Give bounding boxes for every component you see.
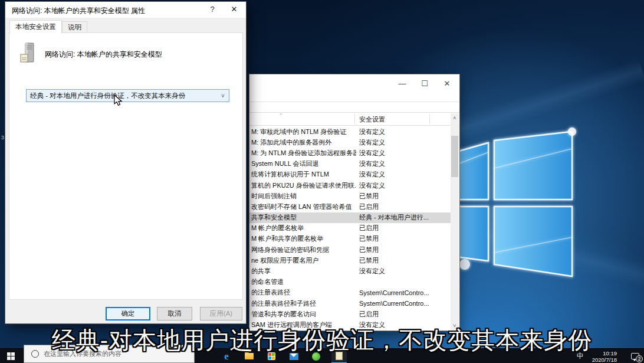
tab-local-security-setting[interactable]: 本地安全设置	[9, 20, 62, 34]
policy-server-icon	[19, 42, 37, 65]
dialog-button-row: 确定 取消 应用(A)	[5, 307, 246, 321]
table-row[interactable]: 统将计算机标识用于 NTLM没有定义	[249, 169, 451, 180]
tray-date: 2020/7/18	[592, 357, 617, 363]
policy-name-heading: 网络访问: 本地帐户的共享和安全模型	[45, 50, 162, 60]
column-separator[interactable]	[429, 114, 430, 124]
policy-name-cell: 算机的 PKU2U 身份验证请求使用联...	[249, 181, 356, 190]
table-row[interactable]: 改密码时不存储 LAN 管理器哈希值已启用	[249, 201, 451, 212]
scrollbar-thumb[interactable]	[451, 136, 458, 177]
policy-name-cell: 的注册表路径和子路径	[249, 299, 356, 308]
policy-value-cell: 已禁用	[356, 256, 433, 265]
policy-value-cell: 经典 - 对本地用户进行...	[356, 213, 433, 222]
menu-bar	[249, 94, 459, 102]
table-row[interactable]: M: 审核此域中的 NTLM 身份验证没有定义	[249, 126, 451, 137]
policy-name-cell: System NULL 会话回退	[249, 159, 356, 168]
table-row[interactable]: M: 添加此域中的服务器例外没有定义	[249, 137, 451, 148]
policy-value-cell: 已禁用	[356, 234, 433, 243]
local-security-policy-window: — ☐ ✕ ˆ 安全设置 M: 审核此域中的 NTLM 身份验证没有定义M: 添…	[249, 74, 460, 331]
desktop-icon-label-fragment: 3	[1, 135, 4, 140]
policy-value-cell: 已启用	[356, 224, 433, 233]
dialog-tabs: 本地安全设置 说明	[9, 20, 87, 33]
table-row[interactable]: ne 权限应用于匿名用户已禁用	[249, 255, 451, 266]
table-row[interactable]: 共享和安全模型经典 - 对本地用户进行...	[249, 212, 451, 223]
close-icon[interactable]: ✕	[436, 76, 458, 91]
policy-name-cell: M 帐户和共享的匿名枚举	[249, 234, 356, 243]
policy-value-cell: 没有定义	[356, 138, 433, 147]
table-row[interactable]: 的命名管道	[249, 277, 451, 287]
policy-name-cell: 改密码时不存储 LAN 管理器哈希值	[249, 202, 356, 211]
mouse-cursor	[114, 94, 123, 107]
policy-name-cell: 管道和共享的匿名访问	[249, 310, 356, 319]
dialog-titlebar: 网络访问: 本地帐户的共享和安全模型 属性 ? ✕	[5, 2, 246, 18]
minimize-icon[interactable]: —	[391, 76, 413, 91]
policy-value-cell: 没有定义	[356, 181, 433, 190]
dialog-title: 网络访问: 本地帐户的共享和安全模型 属性	[12, 6, 145, 16]
list-column-header[interactable]: ˆ 安全设置	[249, 113, 459, 126]
table-row[interactable]: M 帐户的匿名枚举已启用	[249, 223, 451, 234]
table-row[interactable]: 管道和共享的匿名访问已启用	[249, 309, 451, 319]
policy-value-cell: 已禁用	[356, 192, 433, 201]
policy-value-cell: 没有定义	[356, 267, 433, 276]
table-row[interactable]: 的共享没有定义	[249, 266, 451, 276]
policy-value-cell: System\CurrentContro...	[356, 289, 433, 296]
policy-name-cell: 统将计算机标识用于 NTLM	[249, 170, 356, 179]
tab-page: 网络访问: 本地帐户的共享和安全模型 经典 - 对本地用户进行身份验证，不改变其…	[9, 32, 243, 300]
policy-name-cell: 时间后强制注销	[249, 192, 356, 201]
policy-name-cell: 的注册表路径	[249, 288, 356, 297]
vertical-scrollbar[interactable]: ˄ ˅	[451, 113, 459, 330]
policy-value-cell: 没有定义	[356, 127, 433, 136]
policy-name-cell: M: 为 NTLM 身份验证添加远程服务器...	[249, 149, 356, 158]
policy-name-cell: 的共享	[249, 267, 356, 276]
close-icon[interactable]: ✕	[224, 2, 245, 17]
table-row[interactable]: 的注册表路径System\CurrentContro...	[249, 287, 451, 298]
column-separator[interactable]	[354, 114, 355, 124]
table-row[interactable]: System NULL 会话回退没有定义	[249, 159, 451, 169]
policy-name-cell: ne 权限应用于匿名用户	[249, 256, 356, 265]
policy-value-dropdown[interactable]: 经典 - 对本地用户进行身份验证，不改变其本来身份 ˅	[26, 89, 229, 102]
cancel-button[interactable]: 取消	[157, 307, 192, 321]
policy-value-cell: 已启用	[356, 202, 433, 211]
table-row[interactable]: M 帐户和共享的匿名枚举已禁用	[249, 234, 451, 244]
sort-asc-icon: ˆ	[280, 113, 282, 119]
policy-name-cell: 的命名管道	[249, 277, 356, 286]
video-subtitle: 经典-对本地用户进行身份验证，不改变其本来身份	[0, 324, 644, 357]
policy-value-cell: 没有定义	[356, 170, 433, 179]
chevron-down-icon: ˅	[217, 93, 229, 99]
policy-name-cell: M: 添加此域中的服务器例外	[249, 138, 356, 147]
policy-name-cell: M 帐户的匿名枚举	[249, 224, 356, 233]
table-row[interactable]: 时间后强制注销已禁用	[249, 191, 451, 201]
apply-button[interactable]: 应用(A)	[200, 307, 242, 321]
policy-value-cell: System\CurrentContro...	[356, 300, 433, 307]
maximize-icon[interactable]: ☐	[413, 76, 436, 91]
table-row[interactable]: 算机的 PKU2U 身份验证请求使用联...没有定义	[249, 180, 451, 191]
policy-window-titlebar: — ☐ ✕	[249, 74, 459, 94]
policy-name-cell: M: 审核此域中的 NTLM 身份验证	[249, 127, 356, 136]
column-header-security-setting[interactable]: 安全设置	[359, 115, 385, 124]
policy-name-cell: 共享和安全模型	[249, 213, 356, 222]
policy-name-cell: 网络身份验证的密码和凭据	[249, 246, 356, 254]
ok-button[interactable]: 确定	[106, 307, 150, 321]
policy-value-cell: 已启用	[356, 310, 433, 319]
help-icon[interactable]: ?	[202, 2, 222, 17]
scroll-up-icon[interactable]: ˄	[451, 113, 459, 122]
table-row[interactable]: 的注册表路径和子路径System\CurrentContro...	[249, 298, 451, 309]
policy-value-cell: 没有定义	[356, 159, 433, 168]
table-row[interactable]: 网络身份验证的密码和凭据已禁用	[249, 244, 451, 255]
policy-rows: M: 审核此域中的 NTLM 身份验证没有定义M: 添加此域中的服务器例外没有定…	[249, 126, 451, 330]
table-row[interactable]: M: 为 NTLM 身份验证添加远程服务器...没有定义	[249, 148, 451, 158]
toolbar	[249, 102, 459, 113]
policy-value-cell: 已禁用	[356, 246, 433, 254]
policy-value-cell: 没有定义	[356, 149, 433, 158]
tab-explain[interactable]: 说明	[62, 21, 87, 33]
properties-dialog: 网络访问: 本地帐户的共享和安全模型 属性 ? ✕ 本地安全设置 说明 网络访问…	[5, 1, 247, 324]
